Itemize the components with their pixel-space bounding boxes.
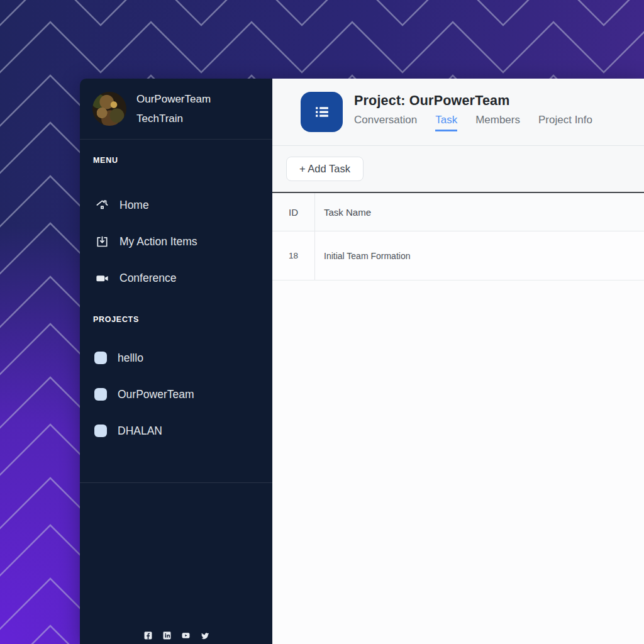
sidebar-team-header[interactable]: OurPowerTeam TechTrain bbox=[80, 79, 272, 140]
task-list-icon-button[interactable] bbox=[301, 92, 343, 132]
project-header: Project: OurPowerTeam Conversation Task … bbox=[272, 79, 644, 146]
project-label: helllo bbox=[118, 352, 143, 365]
team-avatar bbox=[92, 92, 126, 126]
tab-members[interactable]: Members bbox=[475, 114, 520, 131]
project-label: DHALAN bbox=[118, 425, 162, 438]
sidebar-item-my-action-items[interactable]: My Action Items bbox=[80, 223, 272, 260]
project-tabs: Conversation Task Members Project Info bbox=[354, 114, 592, 131]
linkedin-icon[interactable] bbox=[163, 631, 171, 640]
action-items-inbox-icon bbox=[94, 234, 109, 249]
tab-project-info[interactable]: Project Info bbox=[538, 114, 592, 131]
sidebar: OurPowerTeam TechTrain MENU Home bbox=[80, 79, 272, 644]
project-bullet-icon bbox=[94, 425, 107, 437]
team-name: OurPowerTeam TechTrain bbox=[136, 89, 211, 129]
video-camera-icon bbox=[94, 270, 109, 286]
sidebar-project-ourpowerteam[interactable]: OurPowerTeam bbox=[80, 376, 272, 413]
sidebar-item-label: Home bbox=[119, 199, 149, 212]
projects-section-title: PROJECTS bbox=[93, 315, 272, 325]
facebook-icon[interactable] bbox=[144, 631, 152, 640]
sidebar-footer-social bbox=[80, 631, 272, 640]
sidebar-item-home[interactable]: Home bbox=[80, 187, 272, 223]
project-list: helllo OurPowerTeam DHALAN bbox=[80, 340, 272, 449]
task-toolbar: + Add Task bbox=[272, 146, 644, 193]
sidebar-project-helllo[interactable]: helllo bbox=[80, 340, 272, 376]
table-header-row: ID Task Name bbox=[272, 193, 644, 231]
table-row[interactable]: 18 Initial Team Formation bbox=[272, 231, 644, 280]
sidebar-project-dhalan[interactable]: DHALAN bbox=[80, 413, 272, 449]
tab-task[interactable]: Task bbox=[435, 114, 457, 131]
app-window: OurPowerTeam TechTrain MENU Home bbox=[80, 79, 644, 644]
sidebar-nav: MENU Home bbox=[80, 140, 272, 483]
team-name-line1: OurPowerTeam bbox=[136, 89, 211, 109]
home-icon bbox=[94, 197, 109, 213]
task-list-icon bbox=[311, 101, 333, 123]
sidebar-item-label: My Action Items bbox=[119, 235, 197, 248]
menu-list: Home My Action Items bbox=[80, 187, 272, 296]
menu-section-title: MENU bbox=[93, 156, 272, 165]
empty-content-area bbox=[272, 280, 644, 644]
twitter-icon[interactable] bbox=[201, 631, 209, 640]
project-bullet-icon bbox=[94, 352, 107, 364]
tab-conversation[interactable]: Conversation bbox=[354, 114, 417, 131]
task-table: ID Task Name 18 Initial Team Formation bbox=[272, 193, 644, 280]
project-bullet-icon bbox=[94, 388, 107, 401]
title-block: Project: OurPowerTeam Conversation Task … bbox=[354, 93, 592, 131]
page-title: Project: OurPowerTeam bbox=[354, 93, 592, 109]
team-name-line2: TechTrain bbox=[136, 109, 211, 128]
add-task-button[interactable]: + Add Task bbox=[286, 157, 364, 181]
youtube-icon[interactable] bbox=[182, 631, 190, 640]
column-header-task-name: Task Name bbox=[315, 193, 644, 231]
task-name-cell: Initial Team Formation bbox=[315, 231, 644, 280]
task-id-cell: 18 bbox=[272, 231, 315, 280]
project-label: OurPowerTeam bbox=[118, 388, 194, 401]
main-content: Project: OurPowerTeam Conversation Task … bbox=[272, 79, 644, 644]
sidebar-item-label: Conference bbox=[119, 272, 176, 285]
sidebar-item-conference[interactable]: Conference bbox=[80, 260, 272, 296]
column-header-id: ID bbox=[272, 193, 315, 231]
